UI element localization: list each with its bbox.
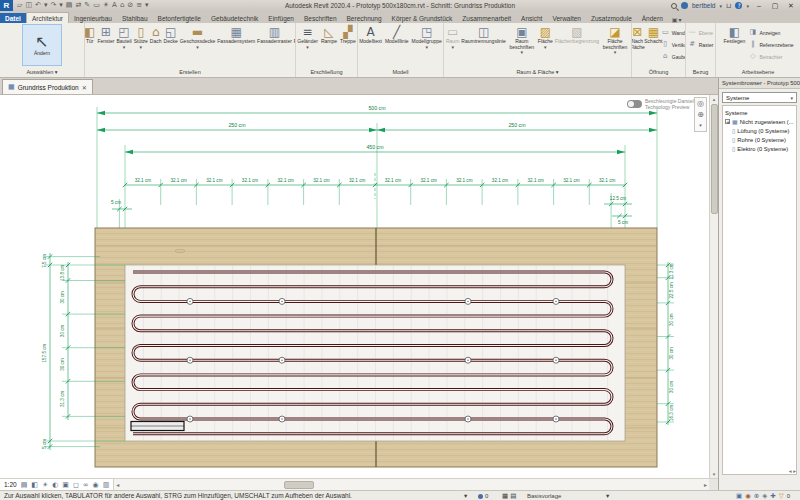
flaeche-beschriften-button[interactable]: ◪Fläche beschriften▾ — [600, 24, 630, 55]
tab-ansicht[interactable]: Ansicht — [516, 13, 547, 23]
modify-button[interactable]: ↖ Ändern — [22, 24, 62, 66]
tab-einfuegen[interactable]: Einfügen — [263, 13, 299, 23]
raumtrennungslinie-button[interactable]: ◫Raumtrennungslinie — [460, 24, 506, 46]
tab-architektur[interactable]: Architektur — [26, 12, 69, 23]
save-icon[interactable]: ◫ — [25, 1, 32, 10]
design-option-select[interactable]: Basisvorlage — [527, 491, 607, 500]
panel-scroll-arrows[interactable]: ◂ ▸ — [789, 468, 796, 474]
panel-scroll-left-icon[interactable]: ◂ — [789, 468, 792, 474]
filter-icon[interactable]: ▽ — [779, 492, 784, 500]
flaeche-button[interactable]: ▨Fläche▾ — [537, 24, 554, 50]
bauteil-button[interactable]: ◰Bauteil▾ — [115, 24, 132, 50]
accelerated-graphics-toggle[interactable]: Beschleunigte Darstellung Technology Pre… — [627, 98, 703, 110]
steering-wheel-icon[interactable]: ◎ — [697, 98, 704, 109]
wand-oeffnung-button[interactable]: ▭Wand — [661, 27, 686, 38]
anzeigen-button[interactable]: ◨Anzeigen — [748, 27, 793, 38]
tab-stahlbau[interactable]: Stahlbau — [117, 13, 153, 23]
panel-label-auswaehlen[interactable]: Auswählen ▾ — [0, 68, 84, 77]
visual-style-icon[interactable]: ◧ — [31, 480, 38, 490]
qat-caret-icon[interactable]: ▾ — [145, 1, 149, 10]
crop-view-icon[interactable]: ▣ — [62, 480, 69, 490]
help-icon[interactable]: ? — [735, 2, 742, 9]
search-icon[interactable] — [671, 3, 677, 9]
tab-berechnung[interactable]: Berechnung — [342, 13, 387, 23]
scroll-up-icon[interactable]: ▴ — [710, 95, 718, 103]
select-underlay-toggle[interactable]: ◉ — [745, 492, 751, 500]
temp-view-properties-icon[interactable]: ▥ — [103, 480, 110, 490]
dach-button[interactable]: ⌂Dach — [149, 24, 163, 46]
horizontal-scroll-thumb[interactable] — [284, 481, 314, 489]
scroll-left-icon[interactable]: ◂ — [116, 480, 119, 490]
open-icon[interactable]: ▱ — [17, 1, 22, 10]
select-by-face-toggle[interactable]: ◈ — [762, 492, 767, 500]
edit-icon[interactable]: ✎ — [84, 1, 90, 10]
manifold-component[interactable] — [131, 422, 184, 431]
modify-selection-caret-icon[interactable]: ▾ — [678, 16, 681, 23]
user-avatar[interactable] — [681, 2, 688, 9]
select-pinned-toggle[interactable]: ⊕ — [754, 492, 759, 500]
reveal-hidden-icon[interactable]: ◉ — [93, 480, 99, 490]
gaube-oeffnung-button[interactable]: ⌂Gaube — [661, 51, 686, 62]
heating-field[interactable] — [125, 265, 625, 441]
design-option-icons[interactable]: ▦ ▤ — [502, 491, 516, 500]
modelllinie-button[interactable]: ╱Modelllinie — [384, 24, 410, 46]
schacht-button[interactable]: ▦Schacht — [646, 24, 661, 46]
show-crop-icon[interactable]: ◻ — [73, 480, 79, 490]
minimize-button[interactable]: – — [753, 2, 765, 9]
modify-selection-icon[interactable]: ▣ — [672, 16, 678, 23]
horizontal-scrollbar[interactable]: ◂ ▸ — [114, 480, 709, 490]
vertikal-oeffnung-button[interactable]: ▯Vertikal — [661, 39, 686, 50]
view-scale[interactable]: 1:20 — [4, 481, 17, 488]
grid2-icon[interactable]: ▤ — [510, 492, 516, 500]
restore-button[interactable]: ▢ — [769, 2, 781, 10]
modellgruppe-button[interactable]: ◳Modellgruppe▾ — [411, 24, 443, 50]
close-button[interactable]: ✕ — [785, 2, 797, 10]
select-links-toggle[interactable]: ▣ — [736, 492, 742, 500]
view-tab-grundriss-produktion[interactable]: ▦ Grundriss Produktion ✕ — [2, 79, 93, 94]
thin-lines-icon[interactable]: ≡ — [136, 1, 142, 10]
text-icon[interactable]: A — [112, 1, 117, 10]
drawing-area[interactable]: 500 cm 250 cm 250 cm 450 cm 32.1 cm 32.1… — [0, 95, 709, 478]
tree-item-nicht-zugewiesen[interactable]: + ▦ Nicht zugewiesen (... — [725, 117, 794, 126]
system-browser-title[interactable]: Systembrowser - Prototyp 500x... — [719, 78, 800, 89]
print-icon[interactable]: ▤ — [66, 1, 73, 10]
sun-path-icon[interactable]: ☀ — [42, 480, 48, 490]
detail-level-icon[interactable]: ▤ — [21, 480, 28, 490]
revit-logo[interactable]: R — [0, 0, 13, 11]
region-icon[interactable]: ▭ — [93, 1, 100, 10]
undo-caret-icon[interactable]: ▾ — [44, 1, 48, 10]
expand-icon[interactable]: + — [725, 119, 730, 124]
tree-item-rohre[interactable]: ▯ Rohre (0 Systeme) — [725, 135, 794, 144]
tab-betonfertigteile[interactable]: Betonfertigteile — [153, 13, 206, 23]
decke-button[interactable]: ◱Decke — [163, 24, 179, 46]
referenzebene-button[interactable]: ∥Referenzebene — [748, 39, 793, 50]
tab-gebaeudetechnik[interactable]: Gebäudetechnik — [206, 13, 263, 23]
fassadenraster-button[interactable]: ▥Fassadenraster — [256, 24, 293, 46]
hide-isolate-icon[interactable]: ∞ — [83, 480, 89, 490]
geschossdecke-button[interactable]: ▬Geschossdecke▾ — [179, 24, 217, 50]
transfer-icon[interactable]: ⇄ — [75, 1, 81, 10]
gelaender-button[interactable]: ≡Geländer▾ — [296, 24, 319, 50]
worksets-caret-icon[interactable]: ▾ — [464, 491, 467, 500]
redo-icon[interactable]: ↷ — [50, 1, 56, 10]
rampe-button[interactable]: ◺Rampe — [320, 24, 338, 46]
treppe-button[interactable]: ▞Treppe — [339, 24, 357, 46]
view-tab-close-icon[interactable]: ✕ — [82, 84, 87, 91]
tab-beschriften[interactable]: Beschriften — [299, 13, 342, 23]
design-option-caret-icon[interactable]: ▾ — [606, 491, 609, 500]
grid1-icon[interactable]: ▦ — [502, 492, 508, 500]
default-3d-view-icon[interactable]: ⌂ — [120, 1, 124, 10]
vertical-scroll-thumb[interactable] — [711, 104, 718, 214]
user-name[interactable]: bertbeld — [692, 2, 716, 9]
tree-item-lueftung[interactable]: ▯ Lüftung (0 Systeme) — [725, 126, 794, 135]
tab-zusammenarbeit[interactable]: Zusammenarbeit — [457, 13, 516, 23]
scroll-down-icon[interactable]: ▾ — [710, 470, 718, 478]
drag-on-selection-toggle[interactable]: ✚ — [770, 492, 775, 500]
tree-item-elektro[interactable]: ▯ Elektro (0 Systeme) — [725, 144, 794, 153]
raum-beschriften-button[interactable]: ▣Raum beschriften▾ — [507, 24, 537, 55]
tab-koerper-grundstueck[interactable]: Körper & Grundstück — [387, 13, 458, 23]
redo-caret-icon[interactable]: ▾ — [59, 1, 63, 10]
panel-label-raum-flaeche[interactable]: Raum & Fläche ▾ — [444, 68, 631, 77]
fenster-button[interactable]: ⊞Fenster — [96, 24, 115, 46]
modelltext-button[interactable]: AModelltext — [358, 24, 383, 46]
